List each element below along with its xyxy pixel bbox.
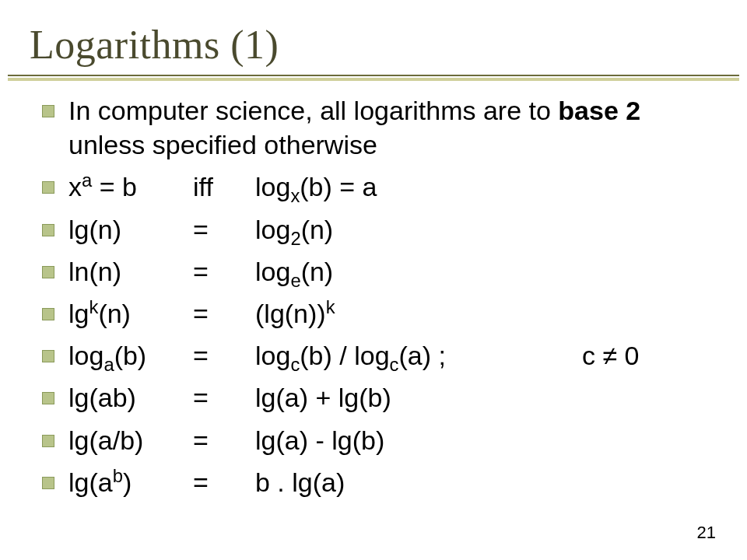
t: x [68,172,82,201]
square-bullet-icon [42,435,54,447]
col2: = [193,380,255,415]
col3: loge(n) [255,257,333,286]
t: lg(a [68,467,113,497]
col3: lg(a) + lg(b) [255,383,391,412]
square-bullet-icon [42,392,54,404]
col2: = [193,465,255,499]
sup: k [326,296,335,317]
col1: loga(b) [68,338,193,373]
slide-title: Logarithms (1) [30,22,717,68]
sub: e [290,270,300,291]
col3: log2(n) [255,215,333,244]
col1: lg(ab) [68,465,193,499]
t: (b) [114,341,147,370]
sup: b [113,464,123,485]
bullet-item: lg(ab)=lg(a) + lg(b) [42,380,716,415]
text-span: unless specified otherwise [68,130,377,159]
square-bullet-icon [42,350,54,362]
sub: x [290,185,300,206]
t: (b) = a [300,172,377,201]
t: log [255,341,290,370]
bullet-item: xa = bifflogx(b) = a [42,170,716,204]
content: In computer science, all logarithms are … [42,93,716,507]
square-bullet-icon [42,477,54,489]
t: (n) [301,257,334,286]
col3: (lg(n))k [255,299,335,328]
t: = b [92,172,137,201]
bullet-item: loga(b)=logc(b) / logc(a) ;c ≠ 0 [42,338,716,373]
t: log [255,257,290,286]
col1: lg(n) [68,212,193,247]
col2: iff [193,170,255,204]
sub: a [103,354,114,375]
bullet-item: In computer science, all logarithms are … [42,93,716,162]
sub: c [390,354,399,375]
col3: logx(b) = a [255,172,377,201]
bullet-text: In computer science, all logarithms are … [68,93,716,162]
col1: xa = b [68,170,193,204]
col3: logc(b) / logc(a) ; [255,338,582,373]
col2: = [193,212,255,247]
title-rule [8,75,739,81]
col1: ln(n) [68,254,193,289]
t: (n) [98,299,131,328]
t: log [68,341,103,370]
bullet-text: lg(a/b)=lg(a) - lg(b) [68,423,716,457]
t: (a) ; [398,341,445,370]
slide: Logarithms (1) In computer science, all … [0,0,747,560]
col3: lg(a) - lg(b) [255,425,384,455]
col2: = [193,423,255,457]
text-span: In computer science, all logarithms are … [68,96,558,125]
t: ) [123,467,132,497]
col1: lg(ab) [68,380,193,415]
bullet-text: lgk(n)=(lg(n))k [68,296,716,331]
sup: k [89,296,98,317]
t: (lg(n)) [255,299,326,328]
sub: c [290,354,300,375]
bullet-item: lg(a/b)=lg(a) - lg(b) [42,423,716,457]
t: log [255,215,290,244]
col3: b . lg(a) [255,467,345,497]
page-number: 21 [697,523,716,543]
sup: a [82,170,92,191]
rule-light [8,78,739,81]
square-bullet-icon [42,181,54,194]
rule-dark [8,75,739,76]
text-bold: base 2 [558,96,640,125]
square-bullet-icon [42,105,54,117]
bullet-text: xa = bifflogx(b) = a [68,170,716,204]
bullet-item: lg(n)=log2(n) [42,212,716,247]
title-block: Logarithms (1) [30,22,717,74]
square-bullet-icon [42,266,54,278]
condition: c ≠ 0 [582,341,639,370]
bullet-text: lg(ab)=lg(a) + lg(b) [68,380,716,415]
bullet-text: lg(ab)=b . lg(a) [68,465,716,499]
col2: = [193,338,255,373]
t: lg [68,299,89,328]
bullet-text: lg(n)=log2(n) [68,212,716,247]
sub: 2 [290,227,300,248]
bullet-text: ln(n)=loge(n) [68,254,716,289]
col2: = [193,254,255,289]
square-bullet-icon [42,308,54,320]
t: (b) / log [300,341,389,370]
bullet-item: ln(n)=loge(n) [42,254,716,289]
col1: lgk(n) [68,296,193,331]
col2: = [193,296,255,331]
bullet-item: lgk(n)=(lg(n))k [42,296,716,331]
bullet-text: loga(b)=logc(b) / logc(a) ;c ≠ 0 [68,338,716,373]
t: log [255,172,290,201]
bullet-item: lg(ab)=b . lg(a) [42,465,716,499]
t: (n) [301,215,334,244]
col1: lg(a/b) [68,423,193,457]
square-bullet-icon [42,224,54,236]
